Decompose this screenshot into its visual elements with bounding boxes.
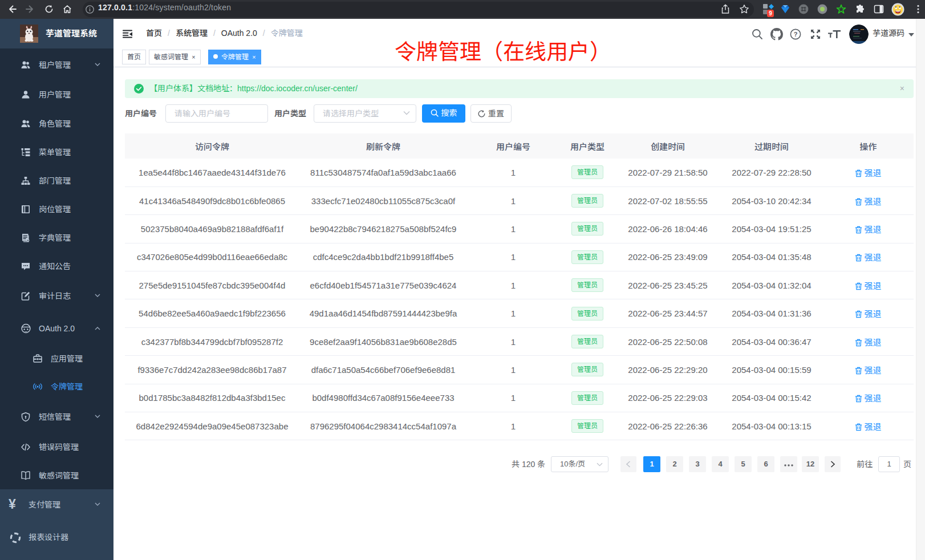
svg-text:?: ?	[794, 31, 798, 38]
svg-text:9: 9	[769, 10, 772, 17]
